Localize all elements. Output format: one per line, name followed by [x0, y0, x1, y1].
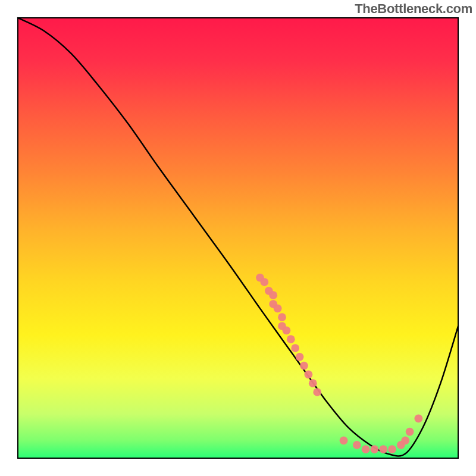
- chart-container: { "watermark": "TheBottleneck.com", "gra…: [0, 0, 476, 476]
- data-point: [379, 445, 387, 453]
- watermark-label: TheBottleneck.com: [355, 1, 472, 17]
- data-point: [287, 335, 295, 343]
- bottleneck-chart: [0, 0, 476, 476]
- data-point: [296, 353, 304, 361]
- data-point: [261, 278, 269, 286]
- data-point: [283, 327, 291, 335]
- data-point: [388, 445, 396, 453]
- data-point: [406, 428, 414, 436]
- gradient-background: [18, 18, 458, 458]
- data-point: [353, 441, 361, 449]
- data-point: [274, 305, 282, 313]
- data-point: [291, 344, 299, 352]
- data-point: [278, 313, 286, 321]
- data-point: [313, 388, 321, 396]
- data-point: [415, 415, 423, 423]
- data-point: [401, 437, 409, 445]
- data-point: [269, 291, 277, 299]
- data-point: [371, 445, 379, 453]
- data-point: [362, 445, 370, 453]
- data-point: [305, 371, 313, 379]
- data-point: [309, 379, 317, 387]
- data-point: [300, 362, 308, 370]
- data-point: [340, 437, 348, 445]
